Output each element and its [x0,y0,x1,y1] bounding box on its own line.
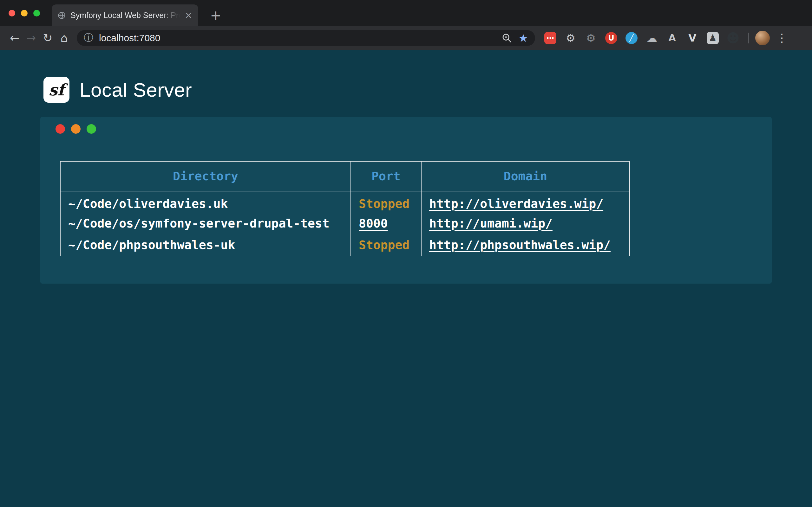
panel-red-dot [55,124,65,134]
domain-column-header: Domain [421,161,629,191]
forward-icon[interactable]: → [23,30,39,46]
servers-table: Directory Port Domain ~/Code/oliverdavie… [60,161,630,256]
tab-title: Symfony Local Web Server: Prox [70,11,180,20]
bookmark-star-icon[interactable]: ★ [519,32,528,44]
minimize-window-button[interactable] [21,10,28,16]
fullscreen-window-button[interactable] [33,10,40,16]
letter-a-extension-icon[interactable]: A [665,31,679,45]
zoom-icon[interactable] [502,33,512,43]
domain-link[interactable]: http://oliverdavies.wip/ [429,197,603,211]
back-icon[interactable]: ← [6,30,23,46]
server-panel: Directory Port Domain ~/Code/oliverdavie… [40,117,772,284]
panel-green-dot [87,124,96,134]
letter-v-extension-icon[interactable]: V [686,31,699,45]
port-column-header: Port [351,161,421,191]
extensions-toolbar: ⋯ ⚙ ⚙ U ╱ ☁ A V ♟ ☻ [543,31,740,45]
blue-circle-extension-icon[interactable]: ╱ [625,32,638,44]
octocat-extension-icon[interactable]: ☻ [726,31,740,45]
site-info-icon[interactable]: ⓘ [84,32,93,44]
symfony-logo: sf [44,77,69,103]
browser-tab[interactable]: Symfony Local Web Server: Prox × [52,4,198,26]
profile-avatar[interactable] [755,31,770,45]
port-link[interactable]: 8000 [359,216,388,230]
url-text[interactable]: localhost:7080 [99,33,160,43]
figure-extension-icon[interactable]: ♟ [707,32,719,44]
domain-link[interactable]: http://umami.wip/ [429,216,553,230]
table-header-row: Directory Port Domain [60,161,629,191]
browser-toolbar: ← → ↻ ⌂ ⓘ localhost:7080 ★ ⋯ ⚙ ⚙ U ╱ ☁ A… [0,26,812,50]
panel-window-dots [55,124,772,134]
dark-gear-extension-icon[interactable]: ⚙ [584,31,598,45]
window-controls [9,10,40,16]
browser-titlebar: Symfony Local Web Server: Prox × + [0,0,812,26]
red-dots-extension-icon[interactable]: ⋯ [544,32,556,44]
directory-cell: ~/Code/os/symfony-server-drupal-test [60,213,351,234]
page-title: Local Server [80,78,192,101]
browser-menu-icon[interactable]: ⋮ [776,32,788,44]
directory-cell: ~/Code/oliverdavies.uk [60,191,351,213]
globe-favicon-icon [57,11,66,20]
toolbar-separator [748,33,749,43]
close-window-button[interactable] [9,10,15,16]
brand-header: sf Local Server [0,50,812,103]
ublock-extension-icon[interactable]: U [605,32,617,44]
domain-link[interactable]: http://phpsouthwales.wip/ [429,238,611,252]
new-tab-button[interactable]: + [208,8,223,23]
reload-icon[interactable]: ↻ [39,30,56,46]
table-row: ~/Code/os/symfony-server-drupal-test 800… [60,213,629,234]
tab-close-icon[interactable]: × [185,10,193,20]
page-content: sf Local Server Directory Port Domain ~/… [0,50,812,507]
directory-column-header: Directory [60,161,351,191]
directory-cell: ~/Code/phpsouthwales-uk [60,234,351,256]
table-row: ~/Code/phpsouthwales-uk Stopped http://p… [60,234,629,256]
home-icon[interactable]: ⌂ [56,30,72,46]
cloud-extension-icon[interactable]: ☁ [645,31,659,45]
table-row: ~/Code/oliverdavies.uk Stopped http://ol… [60,191,629,213]
port-status: Stopped [359,197,409,211]
gear-extension-icon[interactable]: ⚙ [564,31,577,45]
port-status: Stopped [359,238,409,252]
panel-orange-dot [71,124,81,134]
address-bar[interactable]: ⓘ localhost:7080 ★ [77,30,535,46]
